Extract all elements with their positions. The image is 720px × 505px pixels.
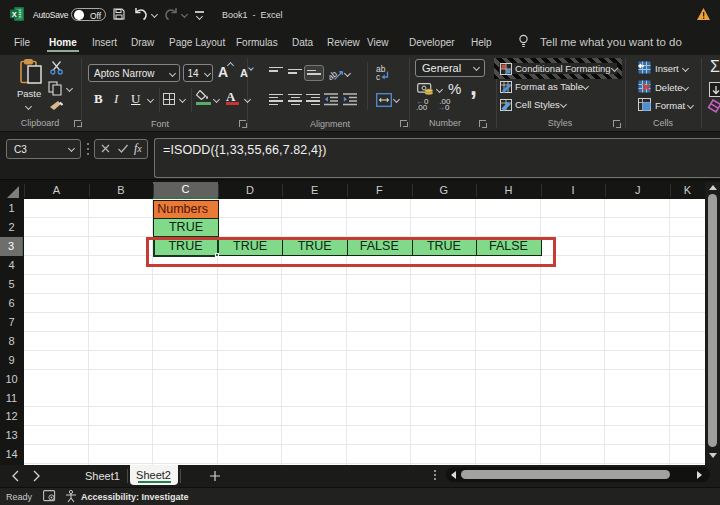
svg-text:ab: ab [329, 68, 339, 81]
svg-text:X: X [12, 10, 17, 19]
